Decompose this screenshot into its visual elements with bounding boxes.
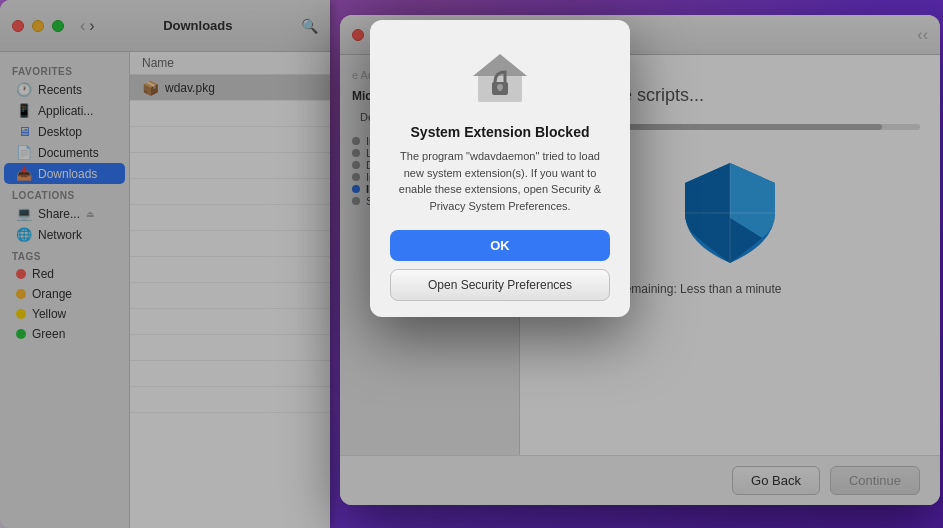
svg-rect-6 bbox=[499, 87, 502, 91]
modal-overlay: System Extension Blocked The program "wd… bbox=[0, 0, 943, 528]
modal-message: The program "wdavdaemon" tried to load n… bbox=[390, 148, 610, 214]
security-icon-container bbox=[468, 44, 532, 112]
modal-dialog: System Extension Blocked The program "wd… bbox=[370, 20, 630, 317]
modal-title: System Extension Blocked bbox=[411, 124, 590, 140]
ok-button[interactable]: OK bbox=[390, 230, 610, 261]
security-icon bbox=[468, 44, 532, 108]
open-security-preferences-button[interactable]: Open Security Preferences bbox=[390, 269, 610, 301]
